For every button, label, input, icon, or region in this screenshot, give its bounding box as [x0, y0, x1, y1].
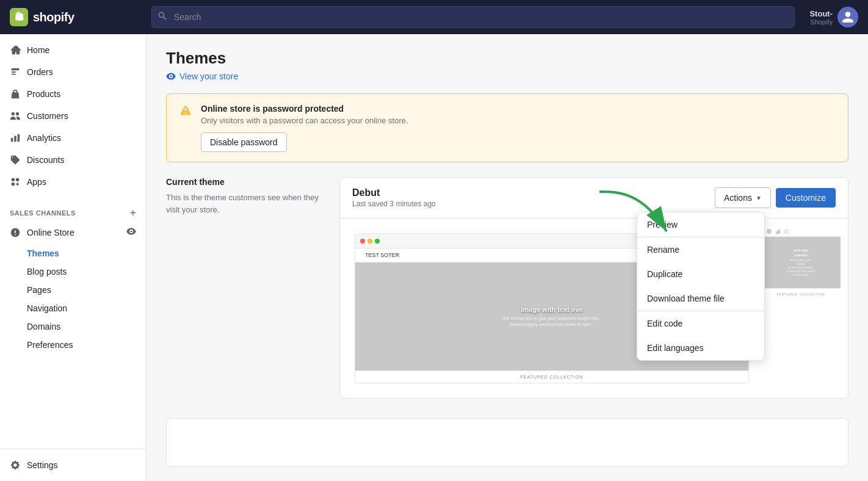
theme-card-wrap: Debut Last saved 3 minutes ago Actions ▼…	[339, 177, 848, 399]
dropdown-item-edit-languages[interactable]: Edit languages	[637, 336, 764, 360]
online-store-subnav: Themes Blog posts Pages Navigation Domai…	[0, 244, 146, 354]
navigation-label: Navigation	[27, 303, 67, 313]
view-store-link[interactable]: View your store	[166, 71, 848, 81]
sidebar-bottom: Settings	[0, 449, 146, 481]
mini-hero: with text overlay text to give yourbrand…	[761, 237, 841, 288]
domains-label: Domains	[27, 322, 60, 331]
topbar: shopify Stout- Shopify	[0, 0, 868, 34]
shopify-logo-icon	[10, 8, 28, 26]
preview-featured-label: FEATURED COLLECTION	[355, 371, 748, 383]
current-theme-description: Current theme This is the theme customer…	[166, 177, 325, 215]
theme-card: Debut Last saved 3 minutes ago Actions ▼…	[339, 177, 848, 399]
sidebar-item-preferences[interactable]: Preferences	[27, 336, 146, 354]
page-title: Themes	[166, 49, 848, 68]
mini-preview-img: with text overlay text to give yourbrand…	[761, 226, 841, 299]
preview-store-name: TEST SOTER	[365, 252, 399, 258]
sidebar: Home Orders Products Customers Analytics	[0, 34, 146, 481]
sidebar-item-discounts[interactable]: Discounts	[0, 149, 146, 171]
search-bar[interactable]	[151, 6, 795, 28]
online-store-label: Online Store	[27, 228, 74, 237]
sidebar-item-analytics-label: Analytics	[27, 133, 61, 143]
customize-button[interactable]: Customize	[776, 188, 836, 208]
mini-hero-text-2: overlay	[794, 253, 807, 257]
mini-featured-label: FEATURED COLLECTION	[761, 288, 841, 299]
sidebar-item-home-label: Home	[27, 45, 49, 55]
preview-dot-red	[360, 239, 365, 244]
dropdown-item-preview[interactable]: Preview	[637, 212, 764, 237]
sidebar-nav: Home Orders Products Customers Analytics	[0, 34, 146, 198]
mini-nav	[761, 226, 841, 237]
mini-hero-sub: text to give yourbrand,st into your bran…	[786, 258, 816, 277]
section-label: Current theme	[166, 177, 325, 187]
store-plan: Shopify	[810, 18, 833, 26]
blog-posts-label: Blog posts	[27, 267, 67, 277]
sidebar-item-analytics[interactable]: Analytics	[0, 127, 146, 149]
actions-dropdown-menu: Preview Rename Duplicate Download theme …	[637, 212, 765, 361]
themes-label: Themes	[27, 248, 59, 258]
theme-actions: Actions ▼ Customize	[715, 187, 836, 208]
settings-label: Settings	[27, 460, 58, 470]
sidebar-item-apps-label: Apps	[27, 177, 46, 187]
sales-channels-label: SALES CHANNELS	[10, 209, 76, 217]
sidebar-item-discounts-label: Discounts	[27, 155, 64, 165]
sidebar-item-pages[interactable]: Pages	[27, 281, 146, 299]
section-desc: This is the theme customers see when the…	[166, 192, 325, 215]
add-sales-channel-button[interactable]: +	[129, 208, 136, 219]
dropdown-item-download[interactable]: Download theme file	[637, 286, 764, 311]
chevron-down-icon: ▼	[756, 195, 762, 201]
pages-label: Pages	[27, 285, 51, 295]
alert-title: Online store is password protected	[201, 104, 836, 114]
sidebar-item-customers[interactable]: Customers	[0, 105, 146, 127]
more-themes-placeholder	[166, 418, 848, 467]
actions-button[interactable]: Actions ▼	[715, 187, 771, 208]
topbar-right: Stout- Shopify	[809, 7, 858, 27]
dropdown-item-duplicate[interactable]: Duplicate	[637, 262, 764, 286]
sidebar-item-settings[interactable]: Settings	[0, 454, 146, 476]
logo: shopify	[10, 8, 144, 26]
store-name: Stout-	[809, 9, 833, 18]
avatar[interactable]	[837, 7, 858, 27]
sidebar-item-themes[interactable]: Themes	[27, 244, 146, 262]
sidebar-item-home[interactable]: Home	[0, 39, 146, 61]
sidebar-item-domains[interactable]: Domains	[27, 317, 146, 336]
theme-saved: Last saved 3 minutes ago	[352, 200, 436, 208]
main-content: Themes View your store Online store is p…	[146, 34, 868, 481]
store-info: Stout- Shopify	[809, 9, 833, 26]
theme-name-block: Debut Last saved 3 minutes ago	[352, 187, 436, 208]
layout: Home Orders Products Customers Analytics	[0, 34, 868, 481]
online-store-item[interactable]: Online Store	[0, 221, 146, 244]
sidebar-item-products[interactable]: Products	[0, 83, 146, 105]
preview-hero-text: Image with text ove	[521, 306, 582, 313]
dropdown-item-rename[interactable]: Rename	[637, 237, 764, 262]
current-theme-section: Current theme This is the theme customer…	[166, 177, 848, 399]
sidebar-item-orders[interactable]: Orders	[0, 61, 146, 83]
search-icon	[157, 11, 167, 23]
dropdown-item-edit-code[interactable]: Edit code	[637, 311, 764, 336]
sidebar-item-navigation[interactable]: Navigation	[27, 299, 146, 317]
sales-channels-section: SALES CHANNELS +	[0, 198, 146, 221]
svg-point-0	[767, 229, 772, 234]
logo-text: shopify	[33, 10, 74, 24]
preferences-label: Preferences	[27, 340, 73, 350]
mini-hero-text: with text	[794, 248, 808, 252]
sidebar-item-apps[interactable]: Apps	[0, 171, 146, 193]
sidebar-item-orders-label: Orders	[27, 67, 53, 77]
preview-dot-yellow	[367, 239, 372, 244]
alert-banner: Online store is password protected Only …	[166, 93, 848, 162]
search-input[interactable]	[151, 6, 795, 28]
sidebar-item-blog-posts[interactable]: Blog posts	[27, 262, 146, 281]
theme-card-header: Debut Last saved 3 minutes ago Actions ▼…	[340, 178, 848, 219]
alert-desc: Only visitors with a password can access…	[201, 116, 836, 125]
sidebar-item-customers-label: Customers	[27, 111, 68, 121]
more-themes-section	[166, 418, 848, 467]
actions-label: Actions	[724, 193, 752, 203]
disable-password-button[interactable]: Disable password	[201, 132, 287, 152]
alert-content: Online store is password protected Only …	[201, 104, 836, 152]
preview-dot-green	[375, 239, 380, 244]
alert-icon	[179, 104, 192, 118]
sidebar-item-products-label: Products	[27, 89, 60, 99]
preview-hero-sub: Use overlay text to give your customers …	[502, 316, 602, 328]
mini-theme-preview: with text overlay text to give yourbrand…	[761, 226, 841, 391]
view-store-text: View your store	[179, 71, 238, 81]
eye-icon[interactable]	[126, 226, 136, 239]
